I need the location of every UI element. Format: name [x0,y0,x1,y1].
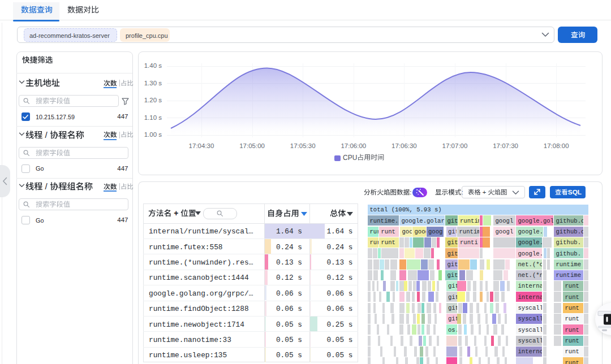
svg-text:+: + [481,189,488,196]
svg-text:/: / [42,130,50,140]
svg-text:/: / [42,181,50,191]
svg-text:SQL: SQL [567,188,581,196]
svg-text:CPU: CPU [343,154,357,162]
svg-text::: : [410,188,411,196]
svg-text:+: + [171,209,180,218]
